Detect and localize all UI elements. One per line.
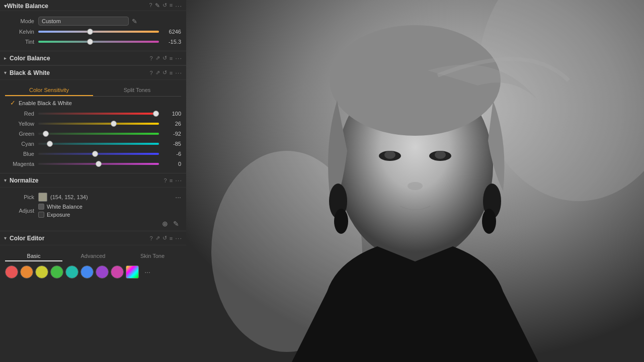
- blue-value: -6: [162, 151, 181, 157]
- ce-tab-skin-tone[interactable]: Skin Tone: [124, 251, 181, 261]
- ce-more-icon[interactable]: ···: [175, 234, 182, 242]
- green-slider[interactable]: [38, 133, 159, 135]
- wb-more-icon[interactable]: ···: [175, 2, 182, 10]
- magenta-label: Magenta: [5, 161, 34, 167]
- bw-tab-split-tones[interactable]: Split Tones: [93, 85, 181, 96]
- blue-slider[interactable]: [38, 153, 159, 155]
- exposure-adjust-label: Exposure: [47, 212, 70, 218]
- green-label: Green: [5, 131, 34, 137]
- main-image-area: [186, 0, 644, 362]
- kelvin-slider-container: [38, 28, 159, 36]
- cyan-row: Cyan -85: [5, 140, 181, 148]
- cb-question-icon[interactable]: ?: [150, 55, 153, 61]
- red-slider[interactable]: [38, 113, 159, 115]
- cyan-slider-container: [38, 140, 159, 148]
- swatch-pink[interactable]: [111, 265, 124, 279]
- norm-more-icon[interactable]: ···: [175, 176, 182, 184]
- kelvin-label: Kelvin: [5, 29, 34, 35]
- adjust-row: Adjust White Balance Exposure: [5, 204, 181, 218]
- red-row: Red 100: [5, 110, 181, 118]
- color-balance-header[interactable]: ▸ Color Balance ? ⇗ ↺ ≡ ···: [0, 51, 186, 65]
- color-editor-icons: ? ⇗ ↺ ≡ ···: [150, 234, 182, 242]
- normalize-title: Normalize: [10, 177, 164, 184]
- mode-select[interactable]: Custom Auto Daylight Cloudy Shade Tungst…: [38, 17, 129, 26]
- swatch-red[interactable]: [5, 265, 18, 279]
- black-white-header[interactable]: ▾ Black & White ? ⇗ ↺ ≡ ···: [0, 66, 186, 80]
- yellow-row: Yellow 26: [5, 120, 181, 128]
- normalize-header[interactable]: ▾ Normalize ? ≡ ···: [0, 173, 186, 188]
- tint-slider[interactable]: [38, 41, 159, 43]
- bw-more-icon[interactable]: ···: [175, 69, 182, 76]
- yellow-label: Yellow: [5, 121, 34, 127]
- ce-list-icon[interactable]: ≡: [170, 235, 173, 241]
- wb-picker-icon[interactable]: ✎: [155, 2, 160, 10]
- wb-question-icon[interactable]: ?: [149, 2, 152, 10]
- blue-row: Blue -6: [5, 150, 181, 158]
- cyan-label: Cyan: [5, 141, 34, 147]
- svg-point-13: [334, 209, 348, 234]
- swatch-multicolor[interactable]: [126, 265, 139, 279]
- wb-adjust-row: White Balance: [38, 204, 181, 210]
- ce-tab-advanced[interactable]: Advanced: [64, 251, 122, 261]
- ce-reset-icon[interactable]: ↺: [163, 235, 167, 241]
- pick-more-btn[interactable]: ···: [175, 193, 181, 201]
- cb-link-icon[interactable]: ⇗: [155, 55, 160, 61]
- norm-question-icon[interactable]: ?: [164, 177, 167, 184]
- color-editor-tabs: Basic Advanced Skin Tone: [5, 251, 181, 261]
- red-label: Red: [5, 111, 34, 117]
- yellow-slider-container: [38, 120, 159, 128]
- swatch-purple[interactable]: [96, 265, 109, 279]
- wb-reset-icon[interactable]: ↺: [163, 2, 167, 10]
- ce-more-btn[interactable]: ···: [141, 265, 154, 279]
- normalize-sample-icon[interactable]: ✎: [173, 220, 179, 228]
- norm-list-icon[interactable]: ≡: [170, 177, 173, 184]
- blue-slider-container: [38, 150, 159, 158]
- ce-link-icon[interactable]: ⇗: [155, 235, 160, 241]
- ce-question-icon[interactable]: ?: [150, 235, 153, 241]
- mode-picker-btn[interactable]: ✎: [132, 18, 137, 25]
- adjust-options: White Balance Exposure: [38, 204, 181, 218]
- magenta-slider[interactable]: [38, 163, 159, 165]
- cyan-value: -85: [162, 141, 181, 147]
- wb-title: White Balance: [7, 3, 149, 10]
- cb-more-icon[interactable]: ···: [175, 54, 182, 62]
- bw-tab-color-sensitivity[interactable]: Color Sensitivity: [5, 85, 93, 96]
- yellow-slider[interactable]: [38, 123, 159, 125]
- pick-color-text: (154, 152, 134): [50, 194, 88, 200]
- cb-list-icon[interactable]: ≡: [170, 55, 173, 61]
- bw-question-icon[interactable]: ?: [150, 70, 153, 76]
- normalize-pin-icon[interactable]: ⊕: [162, 220, 168, 228]
- bw-list-icon[interactable]: ≡: [170, 70, 173, 76]
- magenta-value: 0: [162, 161, 181, 167]
- bw-reset-icon[interactable]: ↺: [163, 69, 167, 76]
- swatch-teal[interactable]: [65, 265, 78, 279]
- cyan-slider[interactable]: [38, 143, 159, 145]
- white-balance-body: Mode Custom Auto Daylight Cloudy Shade T…: [0, 11, 186, 51]
- color-balance-chevron: ▸: [4, 55, 7, 61]
- color-editor-header[interactable]: ▾ Color Editor ? ⇗ ↺ ≡ ···: [0, 231, 186, 245]
- bw-link-icon[interactable]: ⇗: [155, 69, 160, 76]
- green-value: -92: [162, 131, 181, 137]
- svg-point-10: [435, 151, 446, 159]
- cb-reset-icon[interactable]: ↺: [163, 55, 167, 61]
- wb-list-icon[interactable]: ≡: [170, 2, 173, 10]
- blue-label: Blue: [5, 151, 34, 157]
- swatch-orange[interactable]: [20, 265, 33, 279]
- swatch-blue[interactable]: [80, 265, 94, 279]
- kelvin-slider[interactable]: [38, 31, 159, 33]
- bw-icons: ? ⇗ ↺ ≡ ···: [150, 69, 182, 76]
- wb-adjust-label: White Balance: [47, 204, 83, 210]
- bw-title: Black & White: [10, 69, 150, 76]
- exposure-checkbox[interactable]: [38, 212, 44, 218]
- tint-label: Tint: [5, 39, 34, 45]
- kelvin-value: 6246: [162, 29, 181, 35]
- tint-value: -15.3: [162, 39, 181, 45]
- pick-color-row: (154, 152, 134) ···: [38, 193, 181, 202]
- swatch-yellow[interactable]: [35, 265, 48, 279]
- ce-tab-basic[interactable]: Basic: [5, 251, 62, 261]
- wb-checkbox[interactable]: [38, 204, 44, 210]
- svg-point-9: [384, 151, 395, 159]
- enable-row: ✓ Enable Black & White: [5, 99, 181, 107]
- normalize-body: Pick (154, 152, 134) ··· Adjust White Ba…: [0, 188, 186, 231]
- swatch-green[interactable]: [50, 265, 63, 279]
